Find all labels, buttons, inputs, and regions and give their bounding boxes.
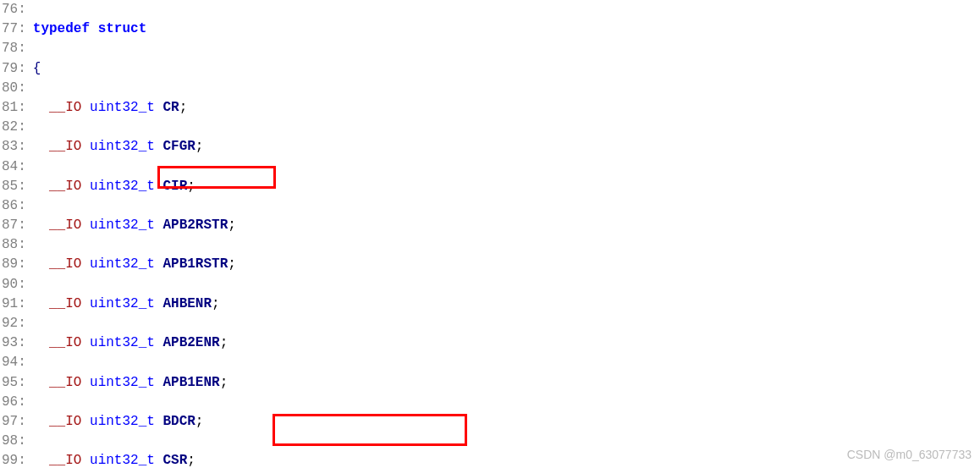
line-number: 81: <box>2 98 28 118</box>
type: uint32_t <box>90 414 155 429</box>
line-number: 80: <box>2 79 28 98</box>
line-number: 94: <box>2 353 28 372</box>
code-line: __IO uint32_t CSR; <box>33 451 741 468</box>
code-editor: 76: 77: 78: 79: 80: 81: 82: 83: 84: 85: … <box>0 0 980 468</box>
semicolon: ; <box>220 335 228 350</box>
code-line: __IO uint32_t CR; <box>33 98 741 118</box>
line-number-gutter: 76: 77: 78: 79: 80: 81: 82: 83: 84: 85: … <box>0 0 28 468</box>
semicolon: ; <box>228 256 236 272</box>
line-number: 96: <box>2 393 28 412</box>
code-line: __IO uint32_t APB1ENR; <box>33 373 741 393</box>
identifier: AHBENR <box>162 296 212 311</box>
brace-open: { <box>33 61 41 76</box>
line-number: 92: <box>2 314 28 333</box>
line-number: 76: <box>2 0 28 19</box>
type: uint32_t <box>90 453 155 468</box>
code-line: __IO uint32_t CIR; <box>33 177 741 196</box>
line-number: 86: <box>2 196 28 216</box>
io-qualifier: __IO <box>49 296 81 311</box>
code-line: __IO uint32_t APB2ENR; <box>33 333 741 353</box>
code-line: __IO uint32_t APB1RSTR; <box>33 255 741 274</box>
line-number: 85: <box>2 177 28 196</box>
io-qualifier: __IO <box>49 256 81 272</box>
type: uint32_t <box>90 375 155 390</box>
type: uint32_t <box>90 296 155 311</box>
semicolon: ; <box>187 453 195 468</box>
type: uint32_t <box>90 100 155 115</box>
line-number: 78: <box>2 39 28 58</box>
line-number: 84: <box>2 157 28 177</box>
code-body: typedef struct { __IO uint32_t CR; __IO … <box>28 0 741 468</box>
code-line: __IO uint32_t CFGR; <box>33 137 741 157</box>
io-qualifier: __IO <box>49 414 81 429</box>
semicolon: ; <box>195 414 204 429</box>
semicolon: ; <box>195 139 204 154</box>
watermark-text: CSDN @m0_63077733 <box>847 446 972 463</box>
line-number: 83: <box>2 137 28 157</box>
identifier: APB1RSTR <box>162 256 228 272</box>
line-number: 89: <box>2 255 28 274</box>
keyword-struct: struct <box>98 21 147 36</box>
identifier: CIR <box>162 179 187 194</box>
line-number: 91: <box>2 295 28 314</box>
semicolon: ; <box>220 375 228 390</box>
line-number: 95: <box>2 373 28 393</box>
identifier: CSR <box>162 453 187 468</box>
type: uint32_t <box>90 179 155 194</box>
identifier: APB2RSTR <box>162 217 228 233</box>
type: uint32_t <box>90 139 155 154</box>
io-qualifier: __IO <box>49 335 81 350</box>
io-qualifier: __IO <box>49 100 81 115</box>
line-number: 98: <box>2 432 28 451</box>
line-number: 79: <box>2 59 28 79</box>
io-qualifier: __IO <box>49 179 81 194</box>
line-number: 90: <box>2 275 28 295</box>
io-qualifier: __IO <box>49 453 81 468</box>
semicolon: ; <box>179 100 188 115</box>
io-qualifier: __IO <box>49 139 81 154</box>
type: uint32_t <box>90 256 155 272</box>
line-number: 87: <box>2 216 28 235</box>
identifier: CR <box>162 100 179 115</box>
io-qualifier: __IO <box>49 217 81 233</box>
semicolon: ; <box>228 217 236 233</box>
identifier-highlighted: APB1ENR <box>162 375 219 390</box>
line-number: 99: <box>2 451 28 468</box>
line-number: 88: <box>2 235 28 255</box>
code-line: __IO uint32_t APB2RSTR; <box>33 216 741 235</box>
identifier: APB2ENR <box>162 335 219 350</box>
type: uint32_t <box>90 335 155 350</box>
code-line: __IO uint32_t BDCR; <box>33 412 741 432</box>
line-number: 93: <box>2 333 28 353</box>
line-number: 77: <box>2 19 28 39</box>
code-line: typedef struct <box>33 19 741 39</box>
keyword-typedef: typedef <box>33 21 90 36</box>
line-number: 82: <box>2 118 28 137</box>
identifier: CFGR <box>162 139 195 154</box>
io-qualifier: __IO <box>49 375 81 390</box>
line-number: 97: <box>2 412 28 432</box>
code-line: __IO uint32_t AHBENR; <box>33 295 741 314</box>
identifier: BDCR <box>162 414 195 429</box>
semicolon: ; <box>187 179 195 194</box>
type: uint32_t <box>90 217 155 233</box>
semicolon: ; <box>212 296 220 311</box>
code-line: { <box>33 59 741 79</box>
